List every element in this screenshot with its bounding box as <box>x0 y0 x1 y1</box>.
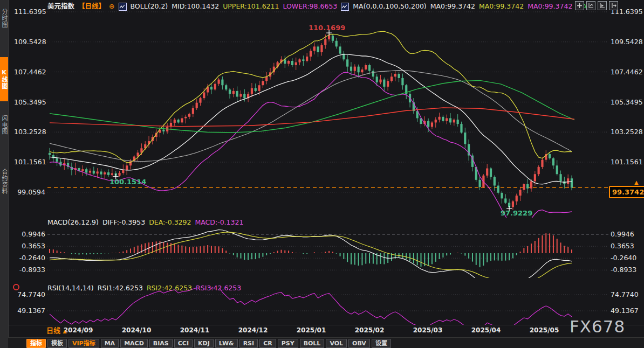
rsi3-value: RSI3:42.6253 <box>196 284 241 292</box>
ma0-yellow-value: MA0:99.3742 <box>479 2 524 10</box>
red-marker-icon <box>13 284 19 290</box>
month-label: 2024/11 <box>180 326 209 334</box>
boll-label: BOLL(20,2) <box>131 2 168 10</box>
tab-indicator[interactable]: 指标 <box>26 339 46 348</box>
month-label: 2024/10 <box>122 326 151 334</box>
sidebar-item-kline[interactable]: K线图 <box>0 57 8 101</box>
price-axis-label: 107.4462 <box>611 68 643 76</box>
rsi-axis-label: 49.1367 <box>14 307 45 315</box>
macd-axis-label: 0.9946 <box>611 230 643 239</box>
tab-cr[interactable]: CR <box>259 339 276 348</box>
candle-chart-icon <box>341 3 349 11</box>
tab-kdj[interactable]: KDJ <box>194 339 214 348</box>
price-axis-label: 109.5428 <box>14 38 45 46</box>
rsi-params-label: RSI(14,14,14) <box>47 284 94 292</box>
candle-chart-icon <box>119 3 127 11</box>
circle-plus-icon[interactable]: ⊕ <box>109 2 114 10</box>
tab-template[interactable]: 模板 <box>47 339 67 348</box>
price-axis-label: 105.3495 <box>14 98 45 107</box>
boll-lower-value: LOWER:98.6653 <box>283 2 337 10</box>
chart-application: 分时图 K线图 闪电图 合约资料 美元指数【日线】⊕BOLL(20,2)MID:… <box>0 0 644 348</box>
price-up-arrow-icon: ▲ <box>634 179 639 185</box>
rsi-header: RSI(14,14,14)RSI1:42.6253RSI2:42.6253RSI… <box>47 284 245 293</box>
rsi2-value: RSI2:42.6253 <box>147 284 192 292</box>
tab-psy[interactable]: PSY <box>278 339 298 348</box>
rsi-axis-label: 74.7740 <box>611 290 643 299</box>
tab-cci[interactable]: CCI <box>174 339 193 348</box>
chart-play-icon[interactable] <box>598 1 607 10</box>
macd-header: MACD(26,12,9)DIFF:-0.3953DEA:-0.3292MACD… <box>47 218 247 227</box>
september-low-annotation: 100.1514 <box>109 178 146 186</box>
crosshair-move-icon[interactable] <box>575 1 584 10</box>
month-label: 2025/01 <box>297 326 326 334</box>
chart-canvas <box>0 0 644 348</box>
macd-axis-label: 0.9946 <box>14 230 45 239</box>
macd-value: MACD:-0.1321 <box>195 218 243 226</box>
tab-obv[interactable]: OBV <box>348 339 370 348</box>
peak-price-annotation: 110.1699 <box>309 24 345 32</box>
chart-header: 美元指数【日线】⊕BOLL(20,2)MID:100.1432UPPER:101… <box>47 2 595 11</box>
tab-macd[interactable]: MACD <box>120 339 148 348</box>
tab-vip-indicator[interactable]: VIP指标 <box>68 339 99 348</box>
rsi-axis-label: 74.7740 <box>14 290 45 299</box>
indicator-toolbar: 指标 模板 VIP指标 MA MACD BIAS CCI KDJ LW& RSI… <box>8 337 644 348</box>
price-axis-label: 111.6395 <box>14 8 45 16</box>
left-sidebar: 分时图 K线图 闪电图 合约资料 <box>0 0 9 348</box>
macd-params-label: MACD(26,12,9) <box>47 218 99 226</box>
tab-lwr[interactable]: LW& <box>215 339 238 348</box>
tab-boll[interactable]: BOLL <box>300 339 325 348</box>
axis-scale-icon[interactable] <box>586 1 595 10</box>
month-label: 2025/04 <box>471 326 501 334</box>
axis-divider <box>8 325 644 325</box>
macd-axis-label: -0.2640 <box>14 254 45 262</box>
tab-ma[interactable]: MA <box>101 339 119 348</box>
macd-axis-label: -0.2640 <box>611 254 643 262</box>
current-price-tag: 99.3742 <box>609 186 644 198</box>
fx678-watermark: FX678 <box>570 317 625 336</box>
window-controls <box>573 1 618 10</box>
macd-dea-value: DEA:-0.3292 <box>149 218 191 226</box>
month-label: 2025/05 <box>530 326 559 334</box>
macd-diff-value: DIFF:-0.3953 <box>102 218 145 226</box>
ma0-white-value: MA0:99.3742 <box>430 2 475 10</box>
sidebar-item-flash-chart[interactable]: 闪电图 <box>0 106 8 144</box>
price-axis-label: 101.1561 <box>14 158 45 166</box>
month-label: 2025/03 <box>413 326 442 334</box>
rsi1-value: RSI1:42.6253 <box>98 284 143 292</box>
macd-axis-label: 0.3653 <box>611 242 643 250</box>
period-selector[interactable]: 日线 ▲ <box>46 326 66 336</box>
price-axis-label: 103.2528 <box>14 128 45 136</box>
month-label: 2025/02 <box>355 326 384 334</box>
collapse-right-icon[interactable] <box>609 1 618 10</box>
boll-upper-value: UPPER:101.6211 <box>223 2 279 10</box>
tab-settings[interactable]: 设置 <box>372 339 391 348</box>
price-axis-label: 107.4462 <box>14 68 45 76</box>
ma0-magenta-value: MA0:99.3742 <box>527 2 572 10</box>
sidebar-item-timeshare[interactable]: 分时图 <box>0 3 8 34</box>
tab-vol[interactable]: VOL <box>326 339 347 348</box>
ma-config-label: MA(0,0,0,100,50,200) <box>353 2 426 10</box>
macd-axis-label: -0.8933 <box>14 266 45 274</box>
price-axis-label: 101.1561 <box>611 158 643 166</box>
macd-axis-label: 0.3653 <box>14 242 45 250</box>
tab-rsi[interactable]: RSI <box>239 339 258 348</box>
tab-bias[interactable]: BIAS <box>149 339 173 348</box>
period-label: 【日线】 <box>78 2 105 10</box>
price-axis-label: 105.3495 <box>611 98 643 107</box>
symbol-name: 美元指数 <box>47 2 74 10</box>
macd-axis-label: -0.8933 <box>611 266 643 274</box>
boll-mid-value: MID:100.1432 <box>172 2 219 10</box>
sidebar-item-contract-info[interactable]: 合约资料 <box>0 153 8 210</box>
month-label: 2024/09 <box>64 326 93 334</box>
april-low-annotation: 97.9229 <box>501 209 532 217</box>
price-axis-label: 109.5428 <box>611 38 643 46</box>
price-axis-label: 103.2528 <box>611 128 643 136</box>
month-label: 2024/12 <box>238 326 268 334</box>
chevron-up-icon: ▲ <box>63 329 67 334</box>
rsi-axis-label: 49.1367 <box>611 307 643 315</box>
price-axis-label: 99.0594 <box>14 188 45 197</box>
